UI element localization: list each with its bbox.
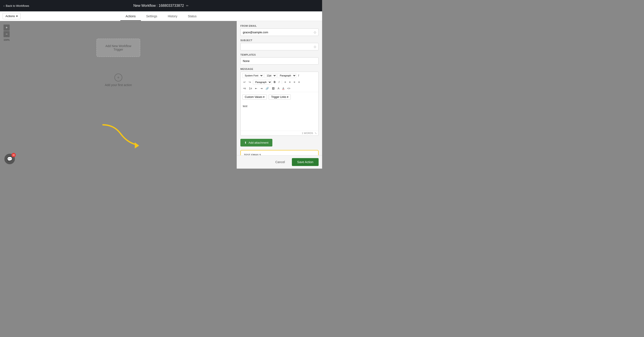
custom-values-row: Custom Values ▾ Trigger Links ▾ (240, 93, 318, 100)
subject-input[interactable] (243, 45, 314, 48)
image-button[interactable]: 🖼 (271, 86, 276, 91)
test-emails-box: TEST EMAILS Send Test Mail (240, 150, 318, 155)
back-arrow-icon: ‹ (4, 4, 4, 7)
italic-button[interactable]: I (278, 80, 280, 84)
add-workflow-trigger-box[interactable]: Add New Workflow Trigger (96, 38, 140, 57)
editor-word-count: 1 WORDS ⤡ (240, 131, 318, 136)
subject-group: SUBJECT ◇ (240, 39, 318, 50)
top-header: ‹ Back to Workflows New Workflow : 16880… (0, 0, 322, 11)
align-right-button[interactable]: ≡ (292, 80, 296, 84)
tab-actions[interactable]: Actions (120, 11, 141, 21)
templates-group: TEMPLATES None (240, 53, 318, 65)
align-center-button[interactable]: ≡ (288, 80, 292, 84)
font-family-select[interactable]: System Font (242, 73, 264, 78)
numbered-list-button[interactable]: 1≡ (248, 86, 253, 91)
add-action-label: Add your first action (105, 83, 132, 87)
paragraph-select-2[interactable]: Paragraph (253, 80, 272, 84)
message-editor: System Font 12pt Paragraph I ↩ (240, 72, 318, 136)
tag-icon: ◇ (314, 30, 316, 34)
tab-status[interactable]: Status (182, 11, 202, 21)
message-label: MESSAGE (240, 68, 318, 70)
italic-format-button[interactable]: I (297, 73, 300, 78)
toolbar-sep-1 (282, 80, 282, 84)
trigger-links-chevron-icon: ▾ (287, 95, 288, 98)
actions-dropdown[interactable]: Actions ▾ (3, 13, 20, 19)
bottom-bar: Cancel Save Action (237, 155, 322, 169)
test-emails-label: TEST EMAILS (244, 153, 315, 155)
bold-button[interactable]: B (272, 80, 277, 84)
message-editor-content[interactable]: test (240, 102, 318, 131)
custom-values-button[interactable]: Custom Values ▾ (242, 94, 267, 100)
add-first-action-area: + Add your first action (105, 74, 132, 87)
toolbar-row-3: •≡ 1≡ ⇤ ⇥ 🔗 🖼 A A <> (242, 86, 317, 91)
tab-settings[interactable]: Settings (141, 11, 162, 21)
back-to-workflows-button[interactable]: ‹ Back to Workflows (4, 4, 29, 7)
tabs: Actions Settings History Status (120, 11, 202, 21)
chat-bubble[interactable]: 💬 30 (4, 154, 15, 164)
zoom-level: 100% (4, 38, 10, 41)
subject-input-wrapper: ◇ (240, 43, 318, 50)
zoom-controls: + − 100% (4, 24, 10, 41)
toolbar-row-1: System Font 12pt Paragraph I (242, 73, 317, 78)
resize-icon: ⤡ (315, 132, 317, 134)
right-panel: FROM EMAIL ◇ SUBJECT ◇ TEMPLATES None (237, 21, 322, 169)
save-action-button[interactable]: Save Action (292, 158, 318, 166)
from-email-group: FROM EMAIL ◇ (240, 24, 318, 36)
workflow-canvas[interactable]: + − 100% Add New Workflow Trigger + Add … (0, 21, 237, 169)
subject-tag-icon: ◇ (314, 45, 316, 48)
message-group: MESSAGE System Font 12pt Paragrap (240, 68, 318, 136)
from-email-input-wrapper: ◇ (240, 28, 318, 36)
highlight-arrow (101, 123, 149, 151)
main-area: + − 100% Add New Workflow Trigger + Add … (0, 21, 322, 169)
chat-badge: 30 (12, 153, 16, 157)
align-justify-button[interactable]: ≡ (297, 80, 301, 84)
editor-toolbar-1: System Font 12pt Paragraph I ↩ (240, 72, 318, 92)
code-button[interactable]: <> (286, 86, 292, 91)
highlight-button[interactable]: A (281, 86, 285, 91)
align-left-button[interactable]: ≡ (283, 80, 287, 84)
zoom-out-button[interactable]: − (4, 31, 10, 37)
right-panel-scroll: FROM EMAIL ◇ SUBJECT ◇ TEMPLATES None (237, 21, 322, 155)
subject-label: SUBJECT (240, 39, 318, 42)
cancel-button[interactable]: Cancel (271, 158, 289, 166)
indent-less-button[interactable]: ⇤ (254, 86, 258, 91)
upload-icon: ⬆ (244, 141, 247, 144)
chevron-down-icon: ▾ (263, 95, 264, 98)
connector-line (118, 65, 118, 74)
zoom-in-button[interactable]: + (4, 24, 10, 31)
redo-button[interactable]: ↪ (248, 80, 252, 84)
add-attachment-button[interactable]: ⬆ Add attachment (240, 139, 272, 146)
text-color-button[interactable]: A (276, 86, 280, 91)
chat-icon: 💬 (7, 156, 12, 162)
templates-select[interactable]: None (240, 57, 318, 65)
dropdown-arrow-icon: ▾ (16, 14, 18, 18)
trigger-links-button[interactable]: Trigger Links ▾ (269, 94, 291, 100)
tab-bar: Actions ▾ Actions Settings History Statu… (0, 11, 322, 21)
tab-history[interactable]: History (162, 11, 183, 21)
workflow-title: New Workflow : 1688033733872 ✏ (134, 4, 189, 8)
from-email-input[interactable] (243, 31, 314, 34)
from-email-label: FROM EMAIL (240, 24, 318, 27)
bullet-list-button[interactable]: •≡ (242, 86, 247, 91)
paragraph-select[interactable]: Paragraph (278, 73, 296, 78)
templates-label: TEMPLATES (240, 53, 318, 56)
edit-title-icon[interactable]: ✏ (186, 4, 189, 7)
link-button[interactable]: 🔗 (264, 86, 270, 91)
svg-marker-0 (135, 142, 139, 148)
undo-button[interactable]: ↩ (242, 80, 247, 84)
font-size-select[interactable]: 12pt (264, 73, 276, 78)
add-action-button[interactable]: + (114, 74, 122, 81)
toolbar-row-2: ↩ ↪ Paragraph B I ≡ ≡ ≡ ≡ (242, 80, 317, 84)
indent-more-button[interactable]: ⇥ (259, 86, 264, 91)
